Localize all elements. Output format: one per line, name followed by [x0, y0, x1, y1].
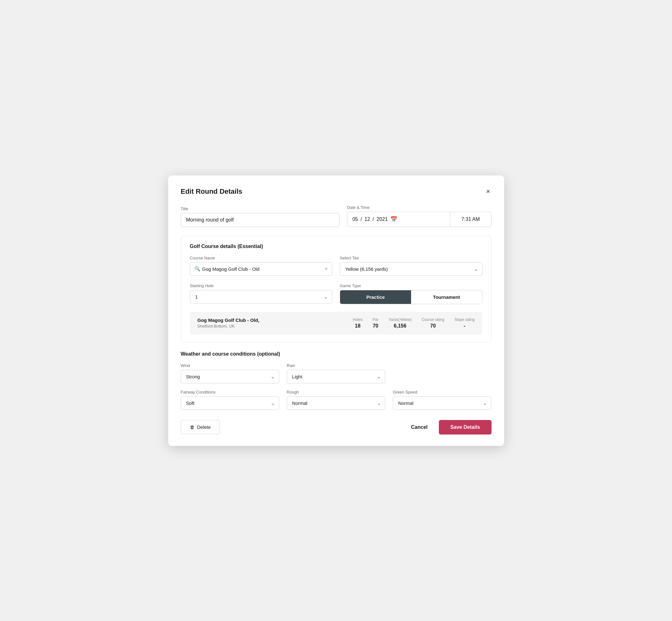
- rough-field-group: Rough ShortNormalLongVery Long ⌄: [287, 390, 385, 410]
- game-type-toggle: Practice Tournament: [340, 290, 482, 304]
- tournament-button[interactable]: Tournament: [411, 290, 482, 304]
- holes-stat: Holes 18: [353, 318, 363, 329]
- cancel-button[interactable]: Cancel: [409, 421, 430, 434]
- save-button[interactable]: Save Details: [439, 420, 491, 434]
- rough-label: Rough: [287, 390, 385, 395]
- select-tee-dropdown[interactable]: Yellow (6,156 yards): [340, 262, 482, 276]
- title-input[interactable]: [181, 213, 339, 227]
- fairway-wrap: FirmNormalSoftWet ⌄: [181, 396, 279, 410]
- holes-label: Holes: [353, 318, 363, 322]
- weather-section-title: Weather and course conditions (optional): [181, 351, 492, 357]
- slope-rating-stat: Slope rating -: [454, 318, 474, 329]
- starting-hole-wrap: 12310 ⌄: [190, 290, 333, 303]
- course-rating-stat: Course rating 70: [421, 318, 444, 329]
- game-type-field-group: Game Type Practice Tournament: [340, 283, 482, 304]
- select-tee-label: Select Tee: [340, 256, 482, 260]
- hole-gametype-row: Starting Hole 12310 ⌄ Game Type Practice…: [190, 283, 482, 304]
- par-value: 70: [373, 323, 378, 329]
- yards-value: 6,156: [394, 323, 406, 329]
- holes-value: 18: [355, 323, 361, 329]
- green-speed-dropdown[interactable]: SlowNormalFastVery Fast: [393, 396, 491, 410]
- title-field-group: Title: [181, 206, 339, 227]
- delete-label: Delete: [197, 424, 211, 430]
- calendar-icon[interactable]: 📅: [390, 216, 397, 223]
- close-button[interactable]: ×: [485, 187, 492, 196]
- slope-rating-value: -: [464, 323, 465, 329]
- rain-field-group: Rain NoneLightModerateHeavy ⌄: [287, 363, 385, 383]
- wind-label: Wind: [181, 363, 279, 368]
- course-full-name: Gog Magog Golf Club - Old,: [198, 318, 343, 323]
- game-type-label: Game Type: [340, 283, 482, 288]
- golf-course-title: Golf Course details (Essential): [190, 244, 482, 249]
- green-speed-field-group: Green Speed SlowNormalFastVery Fast ⌄: [393, 390, 491, 410]
- rain-label: Rain: [287, 363, 385, 368]
- date-part[interactable]: 05 / 12 / 2021 📅: [347, 212, 450, 226]
- date-time-row: 05 / 12 / 2021 📅 7:31 AM: [347, 212, 492, 227]
- trash-icon: 🗑: [190, 424, 195, 430]
- course-location: Shelford Bottom, UK: [198, 324, 343, 329]
- course-tee-row: Course Name 🔍 × Select Tee Yellow (6,156…: [190, 256, 482, 276]
- date-year: 2021: [376, 216, 388, 222]
- starting-hole-field-group: Starting Hole 12310 ⌄: [190, 283, 333, 304]
- fairway-dropdown[interactable]: FirmNormalSoftWet: [181, 396, 279, 410]
- starting-hole-dropdown[interactable]: 12310: [190, 290, 333, 303]
- select-tee-field-group: Select Tee Yellow (6,156 yards) ⌄: [340, 256, 482, 276]
- course-rating-label: Course rating: [421, 318, 444, 322]
- fairway-field-group: Fairway Conditions FirmNormalSoftWet ⌄: [181, 390, 279, 410]
- rough-wrap: ShortNormalLongVery Long ⌄: [287, 396, 385, 410]
- date-day: 12: [365, 216, 370, 222]
- course-name-field-group: Course Name 🔍 ×: [190, 256, 333, 276]
- course-search-wrap: 🔍 ×: [190, 262, 333, 276]
- date-sep1: /: [361, 216, 362, 222]
- par-label: Par: [373, 318, 379, 322]
- course-name-label: Course Name: [190, 256, 333, 260]
- slope-rating-label: Slope rating: [454, 318, 474, 322]
- par-stat: Par 70: [373, 318, 379, 329]
- course-name-input[interactable]: [190, 262, 333, 276]
- footer-right: Cancel Save Details: [409, 420, 492, 434]
- wind-field-group: Wind CalmLightModerateStrongVery Strong …: [181, 363, 279, 383]
- edit-round-modal: Edit Round Details × Title Date & Time 0…: [168, 175, 504, 446]
- delete-button[interactable]: 🗑 Delete: [181, 420, 220, 434]
- course-rating-value: 70: [430, 323, 436, 329]
- modal-footer: 🗑 Delete Cancel Save Details: [181, 420, 492, 434]
- wind-wrap: CalmLightModerateStrongVery Strong ⌄: [181, 370, 279, 383]
- rough-dropdown[interactable]: ShortNormalLongVery Long: [287, 396, 385, 410]
- date-month: 05: [352, 216, 358, 222]
- top-row: Title Date & Time 05 / 12 / 2021 📅 7:31 …: [181, 205, 492, 227]
- time-part[interactable]: 7:31 AM: [450, 212, 491, 226]
- course-info-name: Gog Magog Golf Club - Old, Shelford Bott…: [198, 318, 343, 329]
- date-field-group: Date & Time 05 / 12 / 2021 📅 7:31 AM: [347, 205, 492, 227]
- green-speed-label: Green Speed: [393, 390, 491, 395]
- modal-header: Edit Round Details ×: [181, 187, 492, 196]
- wind-rain-row: Wind CalmLightModerateStrongVery Strong …: [181, 363, 492, 383]
- conditions-row: Fairway Conditions FirmNormalSoftWet ⌄ R…: [181, 390, 492, 410]
- search-icon: 🔍: [194, 266, 200, 272]
- green-speed-wrap: SlowNormalFastVery Fast ⌄: [393, 396, 491, 410]
- clear-icon[interactable]: ×: [324, 266, 328, 272]
- golf-course-section: Golf Course details (Essential) Course N…: [181, 236, 492, 342]
- modal-title: Edit Round Details: [181, 188, 243, 196]
- wind-dropdown[interactable]: CalmLightModerateStrongVery Strong: [181, 370, 279, 383]
- practice-button[interactable]: Practice: [340, 290, 411, 304]
- date-label: Date & Time: [347, 205, 492, 210]
- date-sep2: /: [373, 216, 374, 222]
- title-label: Title: [181, 206, 339, 211]
- time-value: 7:31 AM: [461, 216, 480, 222]
- weather-section: Weather and course conditions (optional)…: [181, 351, 492, 410]
- starting-hole-label: Starting Hole: [190, 283, 333, 288]
- select-tee-wrap: Yellow (6,156 yards) ⌄: [340, 262, 482, 276]
- rain-dropdown[interactable]: NoneLightModerateHeavy: [287, 370, 385, 383]
- rain-wrap: NoneLightModerateHeavy ⌄: [287, 370, 385, 383]
- course-info-bar: Gog Magog Golf Club - Old, Shelford Bott…: [190, 312, 482, 334]
- fairway-label: Fairway Conditions: [181, 390, 279, 395]
- yards-stat: Yards(Yellow) 6,156: [389, 318, 412, 329]
- yards-label: Yards(Yellow): [389, 318, 412, 322]
